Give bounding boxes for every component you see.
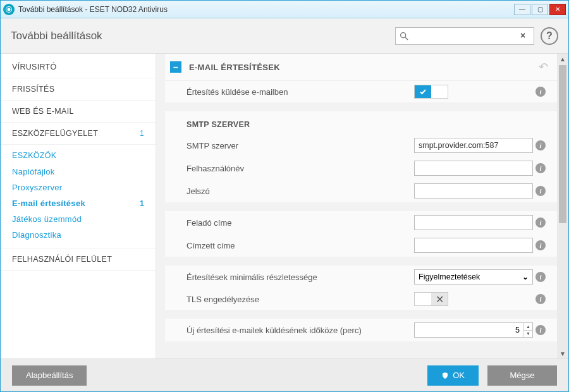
chevron-down-icon: ⌄ — [522, 273, 529, 281]
sidebar-subitem-gamer-mode[interactable]: Játékos üzemmód — [1, 211, 156, 227]
sidebar-item-label: FRISSÍTÉS — [12, 85, 54, 94]
window-title: További beállítások - ESET NOD32 Antivir… — [18, 5, 514, 14]
spinner-down-icon[interactable]: ▼ — [524, 331, 532, 338]
collapse-toggle-icon[interactable]: – — [170, 61, 181, 73]
default-button[interactable]: Alapbeállítás — [12, 365, 87, 386]
input-interval[interactable] — [415, 326, 523, 334]
sidebar-item-web-email[interactable]: WEB ÉS E-MAIL — [1, 101, 156, 123]
sidebar-item-label: Diagnosztika — [12, 230, 61, 240]
info-icon[interactable]: i — [535, 294, 546, 304]
header: További beállítások × ? — [1, 18, 568, 54]
check-icon — [415, 85, 431, 98]
sidebar-item-label: Proxyszerver — [12, 183, 62, 192]
row-label: SMTP szerver — [187, 141, 414, 150]
search-input[interactable] — [395, 27, 534, 45]
sidebar-subitem-logs[interactable]: Naplófájlok — [1, 164, 156, 180]
sidebar-item-label: E-mail értesítések — [12, 199, 85, 208]
svg-point-0 — [8, 8, 11, 11]
toggle-tls[interactable]: ✕ — [414, 292, 448, 306]
sidebar-subitem-proxy[interactable]: Proxyszerver — [1, 180, 156, 195]
svg-line-2 — [405, 37, 408, 40]
button-label: OK — [453, 371, 465, 380]
info-icon[interactable]: i — [535, 87, 546, 97]
sidebar-item-label: WEB ÉS E-MAIL — [12, 107, 74, 116]
scroll-up-icon[interactable]: ▲ — [557, 54, 568, 64]
cross-icon: ✕ — [431, 293, 448, 305]
help-button[interactable]: ? — [541, 27, 558, 45]
sidebar-item-tools[interactable]: ESZKÖZÖK — [1, 145, 156, 164]
sidebar-subitem-email-notifications[interactable]: E-mail értesítések 1 — [1, 195, 156, 211]
input-username[interactable] — [414, 161, 533, 176]
toggle-send-email[interactable] — [414, 85, 448, 99]
group-title: E-MAIL ÉRTESÍTÉSEK — [189, 63, 539, 72]
input-smtp-server[interactable] — [414, 138, 533, 153]
search-icon — [399, 31, 409, 41]
row-label: Értesítések minimális részletessége — [187, 273, 414, 282]
shield-icon — [441, 372, 449, 379]
row-from: Feladó címe i — [165, 211, 557, 234]
info-icon[interactable]: i — [535, 163, 546, 173]
sidebar: VÍRUSIRTÓ FRISSÍTÉS WEB ÉS E-MAIL ESZKÖZ… — [1, 54, 156, 358]
sidebar-item-label: VÍRUSIRTÓ — [12, 63, 57, 71]
sidebar-badge: 1 — [140, 129, 144, 138]
scroll-down-icon[interactable]: ▼ — [557, 348, 568, 358]
sidebar-item-label: Játékos üzemmód — [12, 214, 82, 224]
row-verbosity: Értesítések minimális részletessége Figy… — [165, 266, 557, 288]
row-smtp-server: SMTP szerver i — [165, 134, 557, 157]
info-icon[interactable]: i — [535, 186, 546, 196]
sidebar-item-label: Naplófájlok — [12, 167, 55, 176]
row-password: Jelszó i — [165, 180, 557, 202]
footer: Alapbeállítás OK Mégse — [1, 358, 568, 391]
row-label: Új értesítési e-mailek küldésének időköz… — [187, 326, 414, 335]
row-label: Címzett címe — [187, 241, 414, 250]
spinner-up-icon[interactable]: ▲ — [524, 323, 532, 331]
sidebar-badge: 1 — [140, 199, 144, 208]
info-icon[interactable]: i — [535, 140, 546, 150]
titlebar: További beállítások - ESET NOD32 Antivir… — [1, 1, 568, 18]
sidebar-item-antivirus[interactable]: VÍRUSIRTÓ — [1, 56, 156, 78]
subheading-smtp: SMTP SZERVER — [165, 111, 557, 134]
scroll-thumb[interactable] — [559, 65, 566, 223]
sidebar-item-ui[interactable]: FELHASZNÁLÓI FELÜLET — [1, 248, 156, 271]
row-label: Felhasználónév — [187, 164, 414, 173]
info-icon[interactable]: i — [535, 272, 546, 282]
sidebar-item-label: FELHASZNÁLÓI FELÜLET — [12, 255, 112, 264]
sidebar-item-label: ESZKÖZÖK — [12, 151, 56, 160]
input-to[interactable] — [414, 238, 533, 253]
settings-panel: – E-MAIL ÉRTESÍTÉSEK ↶ Értesítés küldése… — [156, 54, 557, 358]
input-from[interactable] — [414, 215, 533, 230]
cancel-button[interactable]: Mégse — [487, 365, 557, 386]
window-close-button[interactable]: ✕ — [549, 4, 566, 15]
svg-point-1 — [401, 32, 406, 37]
window-maximize-button[interactable]: ▢ — [532, 4, 548, 15]
row-tls: TLS engedélyezése ✕ i — [165, 288, 557, 310]
row-interval: Új értesítési e-mailek küldésének időköz… — [165, 319, 557, 341]
page-title: További beállítások — [11, 30, 395, 42]
group-header-email-notifications: – E-MAIL ÉRTESÍTÉSEK ↶ — [165, 54, 557, 81]
row-send-email: Értesítés küldése e-mailben i — [165, 81, 557, 102]
undo-icon[interactable]: ↶ — [539, 60, 548, 74]
search-field-wrap: × — [395, 27, 534, 45]
vertical-scrollbar[interactable]: ▲ ▼ — [557, 54, 568, 358]
row-to: Címzett címe i — [165, 234, 557, 257]
window-minimize-button[interactable]: — — [514, 4, 530, 15]
input-password[interactable] — [414, 183, 533, 199]
info-icon[interactable]: i — [535, 217, 546, 228]
app-icon — [3, 4, 15, 15]
row-label: Feladó címe — [187, 218, 414, 228]
sidebar-item-update[interactable]: FRISSÍTÉS — [1, 78, 156, 101]
sidebar-item-label: ESZKÖZFELÜGYELET — [12, 129, 98, 138]
info-icon[interactable]: i — [535, 240, 546, 250]
sidebar-item-device-control[interactable]: ESZKÖZFELÜGYELET 1 — [1, 123, 156, 145]
sidebar-subitem-diagnostics[interactable]: Diagnosztika — [1, 227, 156, 243]
select-verbosity[interactable]: Figyelmeztetések ⌄ — [414, 269, 533, 285]
search-clear-icon[interactable]: × — [520, 30, 530, 40]
row-username: Felhasználónév i — [165, 157, 557, 180]
row-label: Értesítés küldése e-mailben — [187, 87, 414, 97]
info-icon[interactable]: i — [535, 325, 546, 335]
ok-button[interactable]: OK — [427, 365, 479, 386]
select-value: Figyelmeztetések — [419, 273, 480, 281]
row-label: TLS engedélyezése — [187, 295, 414, 304]
spinner-interval[interactable]: ▲ ▼ — [414, 322, 533, 338]
row-label: Jelszó — [187, 187, 414, 196]
